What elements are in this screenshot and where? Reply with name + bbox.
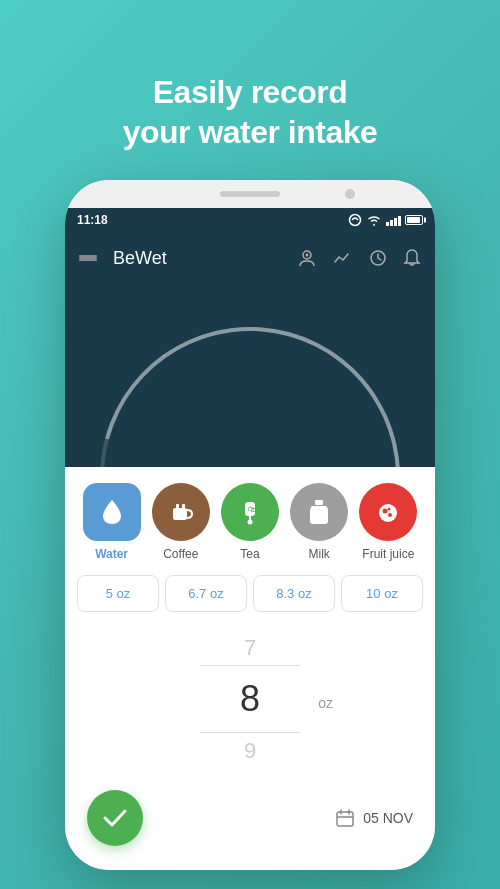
tea-circle: 🛍: [221, 483, 279, 541]
picker-current[interactable]: 8: [200, 665, 300, 733]
headline: Easily record your water intake: [123, 36, 378, 152]
user-icon[interactable]: [297, 248, 317, 268]
number-picker: 7 8 oz 9: [77, 626, 423, 772]
action-row: 05 NOV: [77, 786, 423, 850]
date-text: 05 NOV: [363, 810, 413, 826]
lower-section: Water Coffee: [65, 467, 435, 870]
phone-speaker: [220, 191, 280, 197]
battery-icon: [405, 215, 423, 225]
app-title: BeWet: [113, 248, 285, 269]
checkmark-icon: [102, 808, 128, 828]
water-circle: [83, 483, 141, 541]
arc-circle-active: [65, 284, 435, 467]
amount-btn-10oz[interactable]: 10 oz: [341, 575, 423, 612]
date-display[interactable]: 05 NOV: [335, 808, 413, 828]
calendar-icon: [335, 808, 355, 828]
svg-point-0: [350, 215, 361, 226]
water-label: Water: [95, 547, 128, 561]
history-icon[interactable]: [369, 249, 387, 267]
drink-item-water[interactable]: Water: [83, 483, 141, 561]
confirm-button[interactable]: [87, 790, 143, 846]
fruit-juice-label: Fruit juice: [362, 547, 414, 561]
svg-rect-5: [176, 504, 179, 509]
drink-item-tea[interactable]: 🛍 Tea: [221, 483, 279, 561]
status-bar: 11:18: [65, 208, 435, 232]
phone-mockup: 11:18: [65, 180, 435, 870]
phone-camera: [345, 189, 355, 199]
svg-rect-11: [315, 500, 323, 505]
headline-line1: Easily record: [153, 74, 348, 110]
drink-item-milk[interactable]: Milk: [290, 483, 348, 561]
milk-circle: [290, 483, 348, 541]
status-icons: [348, 213, 423, 227]
drink-selector: Water Coffee: [77, 483, 423, 561]
svg-text:🛍: 🛍: [248, 505, 256, 514]
svg-point-13: [383, 509, 388, 514]
main-content-area: [65, 284, 435, 467]
water-drop-icon: [99, 498, 125, 526]
drink-item-coffee[interactable]: Coffee: [152, 483, 210, 561]
menu-button[interactable]: [79, 255, 97, 261]
coffee-label: Coffee: [163, 547, 198, 561]
tea-label: Tea: [240, 547, 259, 561]
fruit-juice-icon: [375, 498, 401, 526]
milk-bottle-icon: [308, 498, 330, 526]
svg-point-15: [388, 508, 391, 511]
headline-line2: your water intake: [123, 114, 378, 150]
quick-amounts: 5 oz 6.7 oz 8.3 oz 10 oz: [77, 575, 423, 612]
amount-btn-67oz[interactable]: 6.7 oz: [165, 575, 247, 612]
svg-rect-4: [173, 508, 187, 520]
svg-point-2: [306, 254, 309, 257]
status-time: 11:18: [77, 213, 108, 227]
phone-top-bar: [65, 180, 435, 208]
milk-label: Milk: [308, 547, 329, 561]
svg-rect-16: [337, 812, 353, 826]
picker-prev[interactable]: 7: [244, 630, 256, 665]
coffee-cup-icon: [168, 498, 194, 526]
picker-next[interactable]: 9: [244, 733, 256, 768]
svg-point-12: [379, 504, 397, 522]
sync-icon: [348, 213, 362, 227]
drink-item-fruit-juice[interactable]: Fruit juice: [359, 483, 417, 561]
tea-bag-icon: 🛍: [237, 498, 263, 526]
wifi-icon: [366, 214, 382, 226]
arc-container: [100, 297, 400, 467]
coffee-circle: [152, 483, 210, 541]
amount-btn-5oz[interactable]: 5 oz: [77, 575, 159, 612]
fruit-juice-circle: [359, 483, 417, 541]
bell-icon[interactable]: [403, 248, 421, 268]
svg-point-14: [388, 513, 392, 517]
chart-icon[interactable]: [333, 250, 353, 266]
amount-btn-83oz[interactable]: 8.3 oz: [253, 575, 335, 612]
signal-icon: [386, 214, 401, 226]
svg-point-9: [247, 520, 252, 525]
svg-rect-6: [182, 504, 185, 509]
picker-unit: oz: [318, 695, 333, 711]
app-toolbar: BeWet: [65, 232, 435, 284]
app-bar-icons: [297, 248, 421, 268]
